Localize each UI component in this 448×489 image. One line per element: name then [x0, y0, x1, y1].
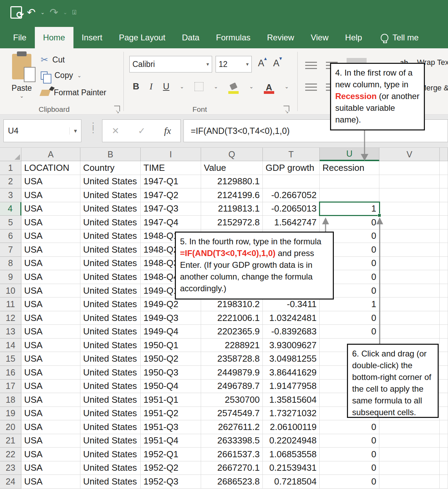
- cell-V8[interactable]: [379, 257, 440, 271]
- cell-Q5[interactable]: 2152972.8: [201, 216, 263, 229]
- cell-I2[interactable]: 1947-Q1: [141, 175, 201, 189]
- underline-chevron-icon[interactable]: ⌄: [180, 84, 184, 90]
- cell-T4[interactable]: -0.2065013: [263, 202, 320, 216]
- cell-V5[interactable]: [379, 216, 440, 229]
- row-header-11[interactable]: 11: [0, 297, 21, 311]
- cell-Q17[interactable]: 2496789.7: [201, 380, 263, 393]
- tab-formulas[interactable]: Formulas: [208, 27, 259, 48]
- cell-A20[interactable]: USA: [21, 420, 80, 434]
- cell-V6[interactable]: [379, 229, 440, 243]
- cell-U1[interactable]: Recession: [320, 161, 379, 175]
- cell-T19[interactable]: 1.73271032: [263, 407, 320, 421]
- cell-V11[interactable]: [379, 297, 440, 311]
- tab-insert[interactable]: Insert: [73, 27, 111, 48]
- cell-B6[interactable]: United States: [80, 229, 141, 243]
- cell-T14[interactable]: 3.93009627: [263, 339, 320, 352]
- cell-I19[interactable]: 1951-Q2: [141, 407, 201, 421]
- increase-font-size-button[interactable]: A▲: [258, 58, 264, 69]
- cell-B23[interactable]: United States: [80, 461, 141, 475]
- tab-help[interactable]: Help: [337, 27, 370, 48]
- cell-V7[interactable]: [379, 243, 440, 257]
- row-header-23[interactable]: 23: [0, 461, 21, 475]
- tab-home[interactable]: Home: [35, 27, 73, 48]
- cell-V23[interactable]: [379, 461, 440, 475]
- cell-T15[interactable]: 3.04981255: [263, 352, 320, 366]
- cell-B7[interactable]: United States: [80, 243, 141, 257]
- cell-U4[interactable]: 1: [320, 202, 379, 216]
- column-header-T[interactable]: T: [263, 148, 320, 161]
- insert-function-icon[interactable]: fx: [164, 125, 171, 136]
- row-header-6[interactable]: 6: [0, 229, 21, 243]
- cell-U3[interactable]: [320, 188, 379, 202]
- row-header-7[interactable]: 7: [0, 243, 21, 257]
- cell-I11[interactable]: 1949-Q2: [141, 297, 201, 311]
- cell-I1[interactable]: TIME: [141, 161, 201, 175]
- cell-V4[interactable]: [379, 202, 440, 216]
- cell-I15[interactable]: 1950-Q2: [141, 352, 201, 366]
- cell-B9[interactable]: United States: [80, 270, 141, 284]
- cell-B19[interactable]: United States: [80, 407, 141, 421]
- italic-button[interactable]: I: [150, 81, 153, 92]
- cell-B2[interactable]: United States: [80, 175, 141, 189]
- cell-B20[interactable]: United States: [80, 420, 141, 434]
- tab-page-layout[interactable]: Page Layout: [111, 27, 174, 48]
- paste-button[interactable]: Paste ⌄: [7, 52, 37, 104]
- cell-V24[interactable]: [379, 475, 440, 489]
- cell-Q11[interactable]: 2198310.2: [201, 297, 263, 311]
- row-header-21[interactable]: 21: [0, 434, 21, 448]
- cell-V9[interactable]: [379, 270, 440, 284]
- cell-A9[interactable]: USA: [21, 270, 80, 284]
- borders-icon[interactable]: [195, 82, 203, 91]
- cell-A23[interactable]: USA: [21, 461, 80, 475]
- tab-review[interactable]: Review: [259, 27, 302, 48]
- align-top-icon[interactable]: [305, 62, 317, 69]
- column-header-U[interactable]: U: [320, 148, 379, 161]
- cell-Q1[interactable]: Value: [201, 161, 263, 175]
- cell-B5[interactable]: United States: [80, 216, 141, 229]
- cell-Q18[interactable]: 2530700: [201, 393, 263, 407]
- fill-color-chevron-icon[interactable]: ⌄: [249, 84, 253, 90]
- cell-A14[interactable]: USA: [21, 339, 80, 352]
- cell-A18[interactable]: USA: [21, 393, 80, 407]
- cell-A6[interactable]: USA: [21, 229, 80, 243]
- cell-I4[interactable]: 1947-Q3: [141, 202, 201, 216]
- row-header-4[interactable]: 4: [0, 202, 21, 216]
- enter-icon[interactable]: ✓: [138, 126, 146, 136]
- cell-A21[interactable]: USA: [21, 434, 80, 448]
- cell-V20[interactable]: [379, 420, 440, 434]
- font-color-button[interactable]: A: [264, 82, 274, 91]
- cell-Q19[interactable]: 2574549.7: [201, 407, 263, 421]
- row-header-15[interactable]: 15: [0, 352, 21, 366]
- cell-U21[interactable]: 0: [320, 434, 379, 448]
- cell-Q21[interactable]: 2633398.5: [201, 434, 263, 448]
- cell-B11[interactable]: United States: [80, 297, 141, 311]
- cell-V13[interactable]: [379, 325, 440, 339]
- row-header-12[interactable]: 12: [0, 311, 21, 325]
- cell-I22[interactable]: 1952-Q1: [141, 448, 201, 461]
- font-color-chevron-icon[interactable]: ⌄: [285, 84, 289, 90]
- cell-Q15[interactable]: 2358728.8: [201, 352, 263, 366]
- cell-A7[interactable]: USA: [21, 243, 80, 257]
- cell-B12[interactable]: United States: [80, 311, 141, 325]
- cell-T16[interactable]: 3.86441629: [263, 366, 320, 380]
- cell-A24[interactable]: USA: [21, 475, 80, 489]
- cell-B8[interactable]: United States: [80, 257, 141, 271]
- cut-button[interactable]: ✂ Cut: [41, 55, 65, 65]
- cell-U11[interactable]: 1: [320, 297, 379, 311]
- row-header-20[interactable]: 20: [0, 420, 21, 434]
- cell-T2[interactable]: [263, 175, 320, 189]
- cell-T18[interactable]: 1.35815604: [263, 393, 320, 407]
- cell-U12[interactable]: 0: [320, 311, 379, 325]
- column-header-A[interactable]: A: [21, 148, 80, 161]
- select-all-corner[interactable]: [0, 148, 21, 161]
- row-header-8[interactable]: 8: [0, 257, 21, 271]
- cell-T13[interactable]: -0.8392683: [263, 325, 320, 339]
- cell-V22[interactable]: [379, 448, 440, 461]
- cell-I21[interactable]: 1951-Q4: [141, 434, 201, 448]
- cell-A16[interactable]: USA: [21, 366, 80, 380]
- tab-view[interactable]: View: [302, 27, 337, 48]
- row-header-17[interactable]: 17: [0, 380, 21, 393]
- cell-V10[interactable]: [379, 284, 440, 298]
- cell-T23[interactable]: 0.21539431: [263, 461, 320, 475]
- cell-Q14[interactable]: 2288921: [201, 339, 263, 352]
